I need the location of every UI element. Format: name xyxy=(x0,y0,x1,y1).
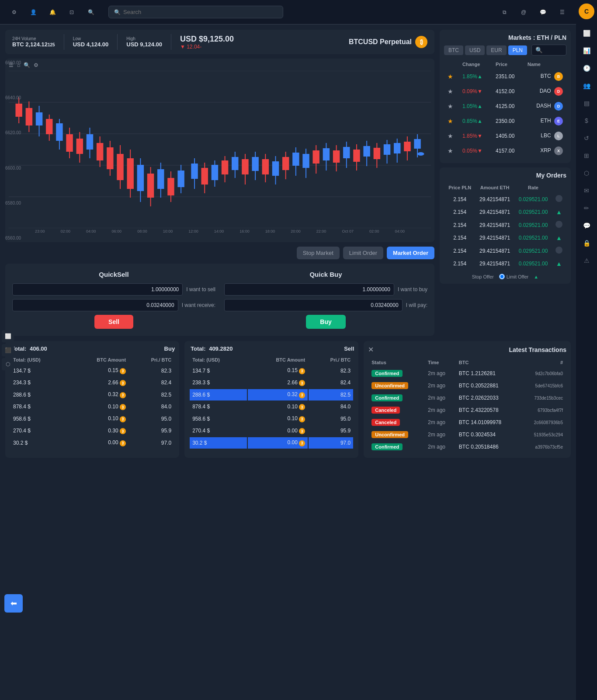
sidebar-icon-chat[interactable]: 💬 xyxy=(579,218,594,233)
high-label: High xyxy=(126,36,162,41)
market-price: 4157.00 xyxy=(493,144,524,158)
limit-order-button[interactable]: Limit Order xyxy=(343,247,383,259)
search-box[interactable]: 🔍 xyxy=(108,6,283,18)
trans-hash: 6793bcfa4f7f xyxy=(521,404,566,416)
float-icon-2[interactable]: ⬛ xyxy=(2,344,14,356)
sidebar-icon-clock[interactable]: 🕐 xyxy=(579,60,594,76)
order-arrow-icon[interactable]: ▲ xyxy=(556,209,562,216)
order-arrow-icon[interactable]: ▲ xyxy=(556,260,562,267)
status-badge: Canceled xyxy=(371,407,400,414)
order-action[interactable] xyxy=(552,219,566,231)
bell-icon[interactable]: 🔔 xyxy=(45,5,59,19)
gear-icon[interactable]: ⚙ xyxy=(7,5,21,19)
buy-col-total: Total: (USD) xyxy=(10,355,67,364)
order-rate: 0.029521.00 xyxy=(515,206,552,218)
orders-row: 2.154 29.42154871 0.029521.00 xyxy=(445,219,566,231)
sidebar-icon-grid[interactable]: ⊞ xyxy=(579,148,594,164)
sidebar-icon-history[interactable]: ↺ xyxy=(579,130,594,146)
sidebar-icon-chart[interactable]: 📊 xyxy=(579,43,594,59)
market-name: DASH D xyxy=(525,99,566,113)
market-search-input[interactable] xyxy=(531,45,566,56)
market-star[interactable]: ★ xyxy=(445,144,459,158)
order-action[interactable] xyxy=(552,193,566,205)
market-name: XRP X xyxy=(525,144,566,158)
markets-table: Change Price Name ★ 1.85%▲ 2351.00 BTC B… xyxy=(444,59,566,159)
buy-row-price: 84.0 xyxy=(129,401,174,413)
orders-arrow-icon[interactable]: ▲ xyxy=(534,274,538,279)
order-circle-icon[interactable] xyxy=(555,247,562,254)
quick-sell-amount-input[interactable] xyxy=(12,283,183,296)
limit-offer-radio[interactable] xyxy=(499,274,505,279)
sell-row: 238.3 $ 2.66 ₿ 82.4 xyxy=(190,377,353,389)
quick-buy-pay-input[interactable] xyxy=(224,299,403,311)
float-icon-1[interactable]: ⬜ xyxy=(2,330,14,342)
order-arrow-icon[interactable]: ▲ xyxy=(556,234,562,241)
search-input[interactable] xyxy=(123,9,278,15)
float-icon-3[interactable]: ⬡ xyxy=(2,358,14,370)
sell-row: 288.6 $ 0.32 ₿ 82.5 xyxy=(190,389,353,400)
quick-sell-receive-input[interactable] xyxy=(12,299,178,311)
order-circle-icon[interactable] xyxy=(555,195,562,202)
quick-buy-amount-input[interactable] xyxy=(224,283,394,296)
trans-status: Unconfirmed xyxy=(369,429,424,440)
order-amount: 29.42154871 xyxy=(476,232,514,244)
sell-row-price: 97.0 xyxy=(309,437,353,449)
market-star[interactable]: ★ xyxy=(445,114,459,128)
trans-btc: BTC 2.02622033 xyxy=(456,392,520,404)
tab-usd[interactable]: USD xyxy=(465,45,485,55)
sell-row-total: 238.3 $ xyxy=(190,377,246,389)
market-star[interactable]: ★ xyxy=(445,70,459,84)
sell-button[interactable]: Sell xyxy=(94,315,133,329)
search-icon[interactable]: 🔍 xyxy=(84,5,98,19)
chat-icon[interactable]: 💬 xyxy=(536,5,550,19)
sidebar-icon-edit[interactable]: ✏ xyxy=(579,200,594,216)
market-star[interactable]: ★ xyxy=(445,84,459,98)
copy-icon[interactable]: ⧉ xyxy=(497,5,511,19)
order-rate: 0.029521.00 xyxy=(515,193,552,205)
svg-rect-23 xyxy=(97,143,103,160)
market-star[interactable]: ★ xyxy=(445,129,459,143)
status-badge: Confirmed xyxy=(371,370,403,377)
order-action[interactable]: ▲ xyxy=(552,206,566,218)
order-action[interactable]: ▲ xyxy=(552,258,566,269)
tab-pln[interactable]: PLN xyxy=(508,45,527,55)
sidebar-icon-mail[interactable]: ✉ xyxy=(579,183,594,199)
crop-icon[interactable]: ⊡ xyxy=(65,5,79,19)
limit-offer-radio-label[interactable]: Limit Offer xyxy=(499,274,529,279)
market-row: ★ 1.85%▲ 2351.00 BTC B xyxy=(445,70,566,84)
menu-icon[interactable]: ☰ xyxy=(555,5,569,19)
float-action-button[interactable]: ⬅ xyxy=(4,594,23,613)
x-label-13: Oct 07 xyxy=(342,229,354,233)
sidebar-icon-lock[interactable]: 🔒 xyxy=(579,235,594,251)
sidebar-icon-dollar[interactable]: $ xyxy=(579,113,594,129)
order-action[interactable] xyxy=(552,244,566,257)
user-icon[interactable]: 👤 xyxy=(26,5,40,19)
y-label-6: 6560.00 xyxy=(5,236,31,240)
buy-row-price: 95.0 xyxy=(129,413,174,425)
at-icon[interactable]: @ xyxy=(517,5,531,19)
stop-market-button[interactable]: Stop Market xyxy=(297,247,340,259)
orders-col-amount: Amount ETH xyxy=(476,183,514,192)
markets-panel: Markets : ETH / PLN BTC USD EUR PLN Chan… xyxy=(440,30,571,163)
buy-button[interactable]: Buy xyxy=(306,315,345,329)
tab-eur[interactable]: EUR xyxy=(486,45,506,55)
market-row: ★ 0.05%▼ 4157.00 XRP X xyxy=(445,144,566,158)
sidebar-icon-users[interactable]: 👥 xyxy=(579,78,594,94)
market-order-button[interactable]: Market Order xyxy=(387,247,434,259)
buy-row-btc: 0.10 ₿ xyxy=(68,401,128,413)
order-action[interactable]: ▲ xyxy=(552,232,566,244)
sidebar-icon-monitor[interactable]: ⬜ xyxy=(579,25,594,41)
sidebar-icon-alert[interactable]: ⚠ xyxy=(579,253,594,268)
chart-settings-icon[interactable]: ⚙ xyxy=(34,62,38,68)
market-star[interactable]: ★ xyxy=(445,99,459,113)
trans-time: 2m ago xyxy=(425,404,455,416)
trans-close-button[interactable]: ✕ xyxy=(368,345,374,354)
tab-btc[interactable]: BTC xyxy=(444,45,463,55)
buy-row-btc: 0.10 ₿ xyxy=(68,413,128,425)
sidebar-logo[interactable]: C xyxy=(579,3,594,19)
trans-col-hash: # xyxy=(521,358,566,367)
sidebar-icon-bars[interactable]: ▤ xyxy=(579,95,594,111)
buy-title: Buy xyxy=(164,345,175,352)
order-circle-icon[interactable] xyxy=(555,221,562,228)
sidebar-icon-box[interactable]: ⬡ xyxy=(579,165,594,181)
